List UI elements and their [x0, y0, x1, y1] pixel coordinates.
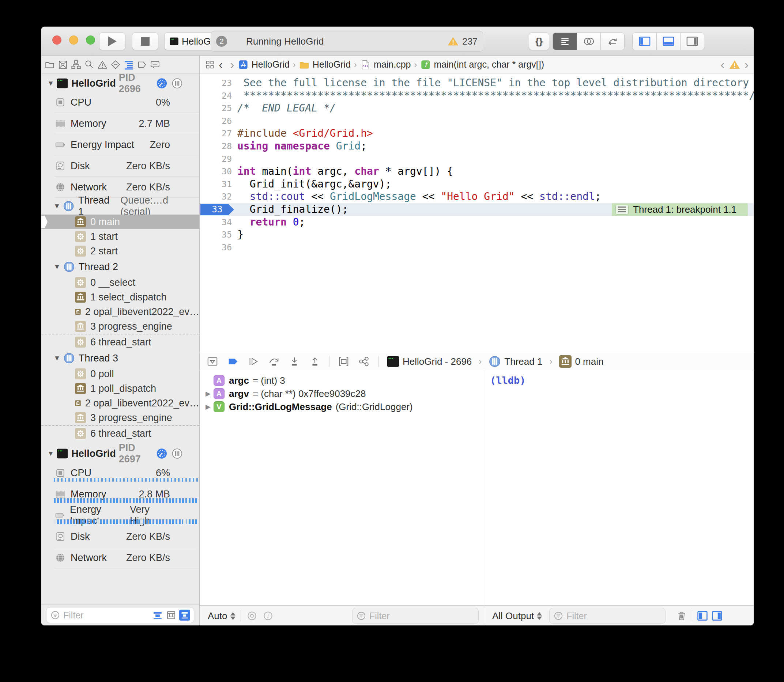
- variables-view[interactable]: Aargc= (int) 3▶Aargv= (char **) 0x7ffee9…: [200, 370, 484, 605]
- stack-frame-row[interactable]: 3 progress_engine: [42, 319, 199, 334]
- breadcrumb-item[interactable]: c++main.cpp: [360, 59, 410, 70]
- previous-issue-button[interactable]: ‹: [720, 57, 724, 72]
- line-number[interactable]: 36: [200, 241, 232, 254]
- forward-button[interactable]: ›: [230, 57, 234, 72]
- navigator-tab-reports-icon[interactable]: [150, 59, 161, 70]
- stack-frame-row[interactable]: 6 thread_start: [42, 334, 199, 350]
- breakpoint-annotation[interactable]: Thread 1: breakpoint 1.1: [612, 203, 748, 216]
- debug-context-item[interactable]: HelloGrid - 2696: [387, 355, 472, 368]
- activity-status[interactable]: 2 Running HelloGrid 237: [211, 31, 483, 51]
- breadcrumb-item[interactable]: fmain(int argc, char * argv[]): [420, 59, 544, 70]
- warning-count[interactable]: 237: [462, 36, 477, 47]
- navigator-tab-source-control-icon[interactable]: [57, 59, 69, 70]
- clear-console-icon[interactable]: [676, 610, 687, 622]
- breadcrumb-item[interactable]: HelloGrid: [238, 59, 290, 70]
- stack-frame-row[interactable]: 3 progress_engine: [42, 410, 199, 425]
- line-number[interactable]: 30: [200, 165, 232, 178]
- navigator-tab-find-icon[interactable]: [84, 59, 95, 70]
- toggle-debug-area-button[interactable]: [656, 33, 680, 50]
- disclosure-triangle-icon[interactable]: ▶: [206, 390, 214, 398]
- gauge-row-network[interactable]: NetworkZero KB/s: [42, 547, 199, 568]
- gauge-row-energy-impact[interactable]: Energy ImpactVery High: [42, 505, 199, 526]
- warning-icon[interactable]: [729, 60, 740, 70]
- debug-context-item[interactable]: Thread 1: [489, 355, 542, 368]
- disclosure-triangle-icon[interactable]: ▼: [52, 202, 61, 210]
- step-out-button[interactable]: [309, 355, 321, 368]
- stack-frame-row[interactable]: 2 opal_libevent2022_ev…: [42, 396, 199, 410]
- toggle-inspector-button[interactable]: [680, 33, 704, 50]
- interesting-only-toggle-icon[interactable]: [179, 610, 190, 621]
- disclosure-triangle-icon[interactable]: ▼: [52, 263, 62, 271]
- breakpoint-indicator[interactable]: 33: [200, 204, 234, 215]
- line-number[interactable]: 34: [200, 216, 232, 229]
- disclosure-triangle-icon[interactable]: ▼: [46, 449, 55, 457]
- stack-frame-row[interactable]: 1 poll_dispatch: [42, 381, 199, 396]
- process-row[interactable]: ▼HelloGridPID 2697: [42, 441, 199, 462]
- standard-editor-button[interactable]: [553, 33, 576, 50]
- run-button[interactable]: [99, 32, 125, 50]
- version-editor-button[interactable]: [600, 33, 624, 50]
- line-number[interactable]: 26: [200, 115, 232, 127]
- gauge-row-cpu[interactable]: CPU6%: [42, 462, 199, 484]
- gauge-row-memory[interactable]: Memory2.7 MB: [42, 113, 199, 134]
- quicklook-icon[interactable]: [246, 610, 258, 622]
- stack-frame-row[interactable]: 6 thread_start: [42, 425, 199, 441]
- console-view[interactable]: (lldb): [484, 370, 754, 605]
- navigator-tab-debug-icon[interactable]: [123, 59, 134, 70]
- disclosure-triangle-icon[interactable]: ▼: [52, 354, 62, 362]
- console-filter-field[interactable]: Filter: [549, 608, 666, 624]
- source-editor[interactable]: 23 See the full license in the file "LIC…: [200, 73, 754, 353]
- variable-row[interactable]: Aargc= (int) 3: [200, 374, 484, 387]
- thread-row[interactable]: ▼Thread 1Queue:…d (serial): [42, 198, 199, 215]
- console-output-dropdown[interactable]: All Output: [492, 610, 534, 622]
- assistant-editor-button[interactable]: [576, 33, 600, 50]
- stack-frames-toggle-icon[interactable]: [166, 610, 177, 621]
- related-items-icon[interactable]: [205, 60, 215, 70]
- stack-frame-row[interactable]: 2 start: [42, 244, 199, 258]
- gauge-row-memory[interactable]: Memory2.8 MB: [42, 484, 199, 505]
- variables-scope-dropdown[interactable]: Auto: [208, 610, 227, 622]
- memory-graph-button[interactable]: [358, 355, 370, 368]
- flat-list-toggle-icon[interactable]: [152, 610, 163, 621]
- stack-frame-row[interactable]: 1 start: [42, 229, 199, 244]
- thread-row[interactable]: ▼Thread 2: [42, 258, 199, 275]
- gauge-row-energy-impact[interactable]: Energy ImpactZero: [42, 134, 199, 155]
- stack-frame-row[interactable]: 0 main: [42, 215, 199, 229]
- navigator-tab-symbols-icon[interactable]: [70, 59, 81, 70]
- navigator-filter-field[interactable]: Filter: [46, 607, 194, 623]
- debug-context-item[interactable]: 0 main: [559, 355, 604, 368]
- stack-frame-row[interactable]: 2 opal_libevent2022_ev…: [42, 304, 199, 319]
- process-row[interactable]: ▼HelloGridPID 2696: [42, 75, 199, 92]
- line-number[interactable]: 32: [200, 190, 232, 203]
- navigator-tab-project-icon[interactable]: [44, 59, 55, 70]
- disclosure-triangle-icon[interactable]: ▶: [206, 403, 214, 411]
- breakpoints-enabled-button[interactable]: [227, 355, 239, 368]
- variables-filter-field[interactable]: Filter: [352, 608, 479, 624]
- toggle-variables-pane-icon[interactable]: [696, 610, 708, 622]
- hide-debug-area-button[interactable]: [206, 355, 219, 368]
- line-number[interactable]: 28: [200, 140, 232, 153]
- stack-frame-row[interactable]: 0 __select: [42, 275, 199, 290]
- toggle-console-pane-icon[interactable]: [711, 610, 723, 622]
- navigator-tab-issues-icon[interactable]: [97, 59, 108, 70]
- variable-row[interactable]: ▶VGrid::GridLogMessage(Grid::GridLogger): [200, 400, 484, 413]
- next-issue-button[interactable]: ›: [744, 57, 749, 72]
- navigator-tab-breakpoints-icon[interactable]: [136, 59, 147, 70]
- line-number[interactable]: 29: [200, 153, 232, 166]
- step-into-button[interactable]: [288, 355, 300, 368]
- close-window-button[interactable]: [52, 35, 61, 45]
- zoom-window-button[interactable]: [86, 35, 95, 45]
- back-button[interactable]: ‹: [219, 57, 223, 72]
- line-number[interactable]: 25: [200, 102, 232, 115]
- line-number[interactable]: 23: [200, 77, 232, 89]
- continue-button[interactable]: [247, 355, 260, 368]
- line-number[interactable]: 35: [200, 228, 232, 241]
- gauge-row-disk[interactable]: DiskZero KB/s: [42, 526, 199, 547]
- gauge-row-disk[interactable]: DiskZero KB/s: [42, 155, 199, 177]
- code-snippets-button[interactable]: {}: [529, 32, 549, 50]
- stop-button[interactable]: [132, 32, 158, 50]
- variable-row[interactable]: ▶Aargv= (char **) 0x7ffee9039c28: [200, 387, 484, 400]
- navigator-tab-tests-icon[interactable]: [110, 59, 121, 70]
- stack-frame-row[interactable]: 1 select_dispatch: [42, 290, 199, 304]
- view-hierarchy-button[interactable]: [337, 355, 350, 368]
